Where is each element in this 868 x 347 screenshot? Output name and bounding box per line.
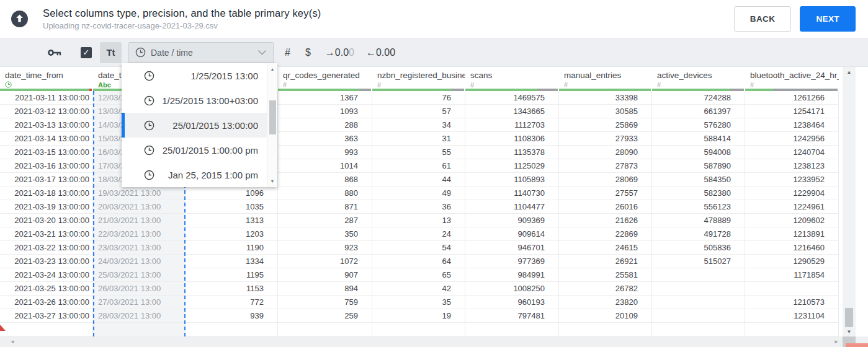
datetime-format-select[interactable]: Date / time xyxy=(128,42,274,63)
table-cell: 54 xyxy=(372,241,465,255)
table-cell: 1210573 xyxy=(745,296,838,309)
table-cell: 2021-03-15 13:00:00 xyxy=(0,146,92,159)
date-format-option[interactable]: 25/01/2015 1:00:00 pm xyxy=(122,138,267,162)
datetime-format-value: Date / time xyxy=(151,48,193,58)
table-cell: 27873 xyxy=(559,159,651,173)
table-column-qr_codes_generated: qr_codes_generated#136710932883639931014… xyxy=(278,67,372,336)
table-cell: 1153 xyxy=(186,282,277,296)
menu-scroll-up-icon[interactable]: ▲ xyxy=(267,67,277,71)
horizontal-scrollbar[interactable]: ◄ ► xyxy=(0,336,868,347)
menu-scrollbar[interactable]: ▲ ▼ xyxy=(267,63,277,187)
table-column-nzbn_registered_busine: nzbn_registered_busine#76573431556144493… xyxy=(372,67,465,336)
decrease-decimal-button[interactable]: →0.00 xyxy=(325,47,354,58)
table-cell: 24/03/2021 13:00 xyxy=(94,255,184,268)
table-cell: 1135378 xyxy=(465,146,558,159)
option-label: 1/25/2015 13:00 xyxy=(154,71,258,81)
column-header[interactable]: nzbn_registered_busine# xyxy=(372,67,465,89)
table-cell: 22869 xyxy=(559,227,651,241)
next-button[interactable]: NEXT xyxy=(800,6,856,32)
menu-scroll-down-icon[interactable]: ▼ xyxy=(267,179,277,183)
boolean-type-checkbox[interactable]: ✓ xyxy=(81,47,92,58)
table-cell: 556123 xyxy=(652,200,745,214)
increase-decimal-button[interactable]: ←0.00 xyxy=(366,47,395,58)
table-cell: 25581 xyxy=(559,268,651,282)
table-cell: 505836 xyxy=(652,241,745,255)
table-cell: 31 xyxy=(372,132,465,146)
table-cell xyxy=(372,323,465,336)
datetime-type-icon xyxy=(5,81,93,89)
scroll-down-arrow-icon[interactable]: ▼ xyxy=(843,328,856,336)
table-cell: 34 xyxy=(372,118,465,132)
table-cell: 28/03/2021 13:00 xyxy=(94,309,184,323)
quality-segment-green xyxy=(745,89,773,91)
table-cell: 582380 xyxy=(652,187,745,200)
table-cell: 19/03/2021 13:00 xyxy=(94,187,184,200)
table-cell: 288 xyxy=(278,118,372,132)
column-name: date_time_from xyxy=(5,71,93,80)
clock-icon xyxy=(144,120,154,131)
table-cell xyxy=(652,268,745,282)
table-cell: 576280 xyxy=(652,118,745,132)
table-cell: 1190 xyxy=(186,241,277,255)
table-cell: 1231104 xyxy=(745,309,838,323)
text-type-button[interactable]: Tt xyxy=(100,42,122,63)
date-format-option[interactable]: 1/25/2015 13:00+03:00 xyxy=(122,88,267,113)
table-cell: 909614 xyxy=(465,227,558,241)
currency-type-button[interactable]: $ xyxy=(305,47,311,58)
column-header[interactable]: date_time_from xyxy=(0,67,93,89)
vertical-scrollbar-thumb[interactable] xyxy=(845,308,853,327)
column-header[interactable]: active_devices# xyxy=(652,67,745,89)
table-cell: 23820 xyxy=(559,296,651,309)
table-column-manual_entries: manual_entries#3339830585258692793328090… xyxy=(559,67,652,336)
table-cell: 1216460 xyxy=(745,241,838,255)
menu-scrollbar-thumb[interactable] xyxy=(269,100,276,134)
table-cell xyxy=(94,323,184,336)
table-cell: 42 xyxy=(372,282,465,296)
table-cell: 1108306 xyxy=(465,132,558,146)
table-cell: 1233952 xyxy=(745,173,838,187)
table-cell: 772 xyxy=(186,296,277,309)
upload-status: Uploading nz-covid-tracer-usage-2021-03-… xyxy=(43,21,734,30)
scroll-up-arrow-icon[interactable]: ▲ xyxy=(843,68,856,77)
scroll-left-arrow-icon[interactable]: ◄ xyxy=(10,336,15,347)
column-name: qr_codes_generated xyxy=(283,71,372,80)
date-format-option[interactable]: 1/25/2015 13:00 xyxy=(122,63,267,88)
table-cell: 30585 xyxy=(559,105,651,118)
table-cell: 36 xyxy=(372,200,465,214)
table-cell: 21626 xyxy=(559,214,651,227)
table-cell: 26782 xyxy=(559,282,651,296)
table-cell: 1014 xyxy=(278,159,372,173)
date-format-option[interactable]: Jan 25, 2015 1:00 pm xyxy=(122,162,267,187)
table-cell: 363 xyxy=(278,132,372,146)
quality-segment-green xyxy=(372,89,451,91)
table-column-date_time_from: date_time_from2021-03-11 13:00:002021-03… xyxy=(0,67,93,336)
table-cell: 1105893 xyxy=(465,173,558,187)
column-header[interactable]: manual_entries# xyxy=(559,67,652,89)
table-cell: 1093 xyxy=(278,105,372,118)
back-button[interactable]: BACK xyxy=(734,6,792,32)
table-cell xyxy=(652,282,745,296)
decrease-decimal-tail: 0 xyxy=(349,47,354,58)
table-cell: 24615 xyxy=(559,241,651,255)
column-type-indicator: # xyxy=(657,81,745,89)
number-type-button[interactable]: # xyxy=(285,47,290,58)
column-type-indicator: # xyxy=(470,81,559,89)
column-header[interactable]: qr_codes_generated# xyxy=(278,67,372,89)
table-cell: 1072 xyxy=(278,255,372,268)
table-cell: 1104477 xyxy=(465,200,558,214)
table-cell: 1290529 xyxy=(745,255,838,268)
table-cell: 27557 xyxy=(559,187,651,200)
vertical-scrollbar[interactable]: ▲ ▼ xyxy=(843,67,856,336)
date-format-option[interactable]: 25/01/2015 13:00:00 xyxy=(122,113,267,138)
column-header[interactable]: bluetooth_active_24_hr_# xyxy=(745,67,839,89)
header-titles: Select columns type, precision, and the … xyxy=(43,7,734,30)
table-cell: 1367 xyxy=(278,91,372,105)
column-body: 1367109328836399310148688808712873509231… xyxy=(278,91,372,336)
primary-key-icon[interactable] xyxy=(47,46,63,59)
table-cell: 2021-03-18 13:00:00 xyxy=(0,187,92,200)
table-cell: 1125029 xyxy=(465,159,558,173)
column-header[interactable]: scans# xyxy=(465,67,559,89)
table-cell: 13 xyxy=(372,214,465,227)
scroll-right-arrow-icon[interactable]: ► xyxy=(834,336,839,347)
table-cell: 1035 xyxy=(186,200,277,214)
